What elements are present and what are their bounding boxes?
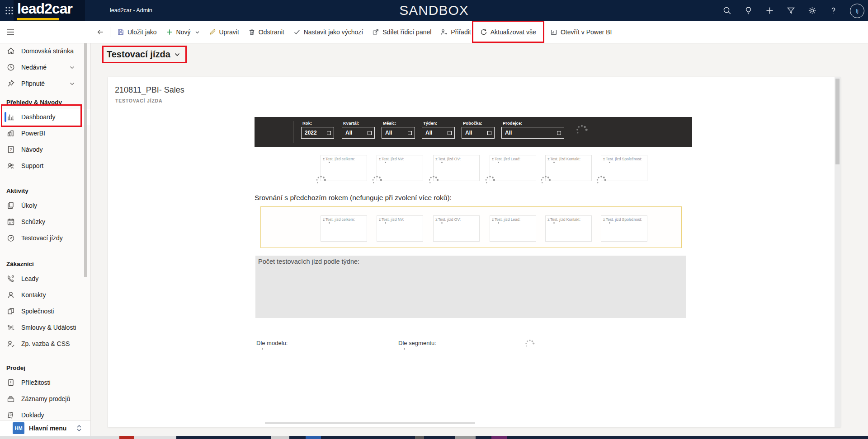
sidebar-item-label: Doklady (21, 411, 44, 419)
sidebar-item-recent[interactable]: Nedávné (0, 59, 90, 75)
slicer-divider (293, 121, 293, 143)
card-scrollbar-thumb[interactable] (835, 79, 840, 164)
sidebar-item-schuzky[interactable]: Schůzky (0, 214, 90, 230)
sidebar-item-label: Návody (21, 146, 42, 153)
sidebar-item-support[interactable]: Support (0, 158, 90, 174)
sidebar-item-zaznamy-prodeju[interactable]: Záznamy prodejů (0, 391, 90, 407)
sidebar-footer-menu[interactable]: HM Hlavní menu (0, 420, 90, 436)
sidebar-toggle-icon[interactable] (5, 27, 15, 37)
receipt-icon (6, 411, 15, 420)
sidebar-item-ukoly[interactable]: Úkoly (0, 197, 90, 214)
new-button[interactable]: Nový (161, 24, 204, 40)
loading-spinner (427, 174, 440, 187)
sidebar-item-leady[interactable]: Leady (0, 271, 90, 287)
taskbar-app-icon[interactable] (119, 436, 134, 439)
slicer-label: Pobočka: (463, 121, 482, 126)
slicer-kvartal-dropdown[interactable]: All (342, 127, 375, 139)
slicer-kvartal: Kvartál: All (342, 117, 375, 147)
sidebar-section-prodej: Prodej (0, 361, 90, 374)
chevron-down-icon[interactable] (195, 30, 200, 35)
sidebar-item-powerbi[interactable]: PowerBI (0, 125, 90, 141)
dropdown-glyph (557, 131, 561, 135)
sidebar-section-prehledy: Přehledy & Návody (0, 95, 90, 109)
help-icon[interactable] (829, 6, 838, 15)
kpi-tile-label: ΣTest. jízd Kontakt: (547, 217, 580, 222)
kpi-tile-label: ΣTest. jízd celkem: (323, 157, 355, 161)
horizontal-scrollbar[interactable] (265, 422, 475, 424)
header-icon-group: Ij (722, 0, 864, 21)
new-plus-icon (166, 28, 173, 36)
gear-icon[interactable] (807, 6, 817, 15)
bar-chart-icon (6, 129, 15, 138)
sidebar-item-prilezitosti[interactable]: Příležitosti (0, 374, 90, 391)
weekly-chart-placeholder: Počet testovacích jízd podle týdne: (255, 256, 686, 318)
report-subtitle: TESTOVACÍ JÍZDA (115, 98, 162, 103)
guide-book-icon: ? (6, 145, 15, 154)
app-logo[interactable]: lead2car (14, 0, 85, 21)
clock-icon (6, 63, 15, 72)
assign-button[interactable]: Přiřadit (436, 24, 475, 40)
loading-dot (329, 162, 330, 163)
sigma-glyph: Σ (492, 218, 494, 222)
command-bar-items: Uložit jako Nový Upravit Odstranit Nasta… (93, 21, 616, 43)
sidebar-item-pinned[interactable]: Připnuté (0, 75, 90, 92)
taskbar-app-icon[interactable] (491, 436, 507, 439)
kpi-tile-label: ΣTest. jízd NV: (379, 217, 404, 222)
edit-button[interactable]: Upravit (204, 24, 244, 40)
slicer-mesic-dropdown[interactable]: All (382, 127, 415, 139)
sidebar-item-label: Připnuté (21, 80, 45, 87)
taskbar-app-icon[interactable] (271, 436, 289, 439)
plus-icon[interactable] (765, 6, 774, 15)
slicer-bar: Rok: 2022 Kvartál: All Měsíc: (255, 117, 692, 147)
sidebar-item-navody[interactable]: ? Návody (0, 141, 90, 158)
sidebar-item-testovaci-jizdy[interactable]: Testovací jízdy (0, 230, 90, 246)
sidebar-item-kontakty[interactable]: Kontakty (0, 287, 90, 303)
filter-icon[interactable] (786, 6, 796, 15)
menu-switcher-icon[interactable] (76, 424, 82, 432)
loading-spinner (575, 123, 589, 138)
share-dashboard-button[interactable]: Sdílet řídicí panel (368, 24, 436, 40)
slicer-prodejce-dropdown[interactable]: All (501, 127, 564, 139)
kpi-tile-ov: ΣTest. jízd OV: (433, 155, 480, 181)
slicer-tyden-dropdown[interactable]: All (422, 127, 455, 139)
search-icon[interactable] (722, 6, 732, 15)
refresh-all-button[interactable]: Aktualizovat vše (476, 24, 541, 40)
save-as-label: Uložit jako (127, 28, 157, 36)
taskbar-app-icon[interactable] (455, 436, 476, 439)
chevron-down-icon[interactable] (69, 81, 75, 87)
slicer-rok-dropdown[interactable]: 2022 (301, 127, 334, 139)
slicer-pobocka-dropdown[interactable]: All (462, 127, 495, 139)
loading-spinner (484, 174, 496, 187)
loading-dot (441, 222, 443, 224)
sidebar-item-smlouvy[interactable]: Smlouvy & Události (0, 319, 90, 336)
dashboard-view-selector[interactable]: Testovací jízda (107, 49, 180, 60)
sidebar-scrollbar[interactable] (84, 43, 87, 277)
open-in-powerbi-button[interactable]: Otevřít v Power BI (546, 24, 617, 40)
back-button[interactable] (93, 24, 108, 40)
kpi-tile-label: ΣTest. jízd Kontakt: (547, 157, 580, 161)
sigma-glyph: Σ (435, 218, 438, 222)
sidebar-item-home[interactable]: Domovská stránka (0, 43, 90, 59)
set-default-button[interactable]: Nastavit jako výchozí (289, 24, 368, 40)
tasks-icon (6, 201, 15, 210)
trash-icon (248, 28, 255, 36)
taskbar-app-icon[interactable] (306, 436, 321, 439)
chevron-down-icon[interactable] (69, 65, 75, 70)
card-scrollbar-track[interactable] (835, 77, 840, 427)
loading-spinner (595, 174, 608, 187)
cash-register-icon (6, 394, 15, 403)
kpi-tile-nv: ΣTest. jízd NV: (377, 155, 423, 181)
waffle-icon[interactable] (5, 6, 14, 15)
loading-dot (498, 222, 499, 224)
taskbar-app-icon[interactable] (415, 436, 424, 439)
slicer-label: Týden: (423, 121, 437, 126)
delete-button[interactable]: Odstranit (244, 24, 289, 40)
comparison-tile-celkem: ΣTest. jízd celkem: (321, 215, 367, 242)
sidebar-item-zpetna-vazba[interactable]: Zp. vazba & CSS (0, 336, 90, 352)
save-as-button[interactable]: Uložit jako (113, 24, 161, 40)
sidebar-item-label: Nedávné (21, 64, 47, 71)
sidebar-item-spolecnosti[interactable]: Společnosti (0, 303, 90, 319)
user-avatar[interactable]: Ij (850, 4, 864, 18)
sidebar-item-dashboardy[interactable]: Dashboardy (0, 109, 90, 125)
lightbulb-icon[interactable] (744, 6, 753, 15)
